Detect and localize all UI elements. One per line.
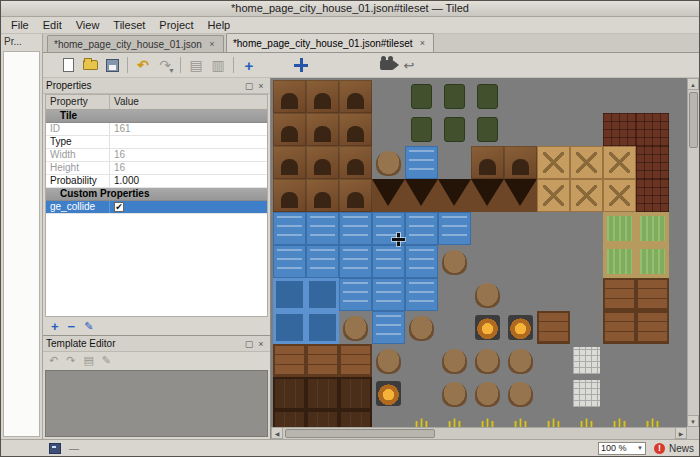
tile-wood-floor[interactable] [603, 179, 636, 212]
tile-cave-wall[interactable] [306, 80, 339, 113]
tile-furniture[interactable] [636, 278, 669, 311]
property-value[interactable]: 1.000 [110, 175, 267, 187]
tab-tileset[interactable]: *home_page_city_house_01.json#tileset× [226, 33, 435, 52]
horizontal-scrollbar-thumb[interactable] [285, 429, 435, 438]
save-file-button[interactable] [101, 55, 123, 76]
tile-wood-floor[interactable] [537, 179, 570, 212]
tile-furniture[interactable] [339, 344, 372, 377]
tile-furniture[interactable] [603, 311, 636, 344]
tile-cave-opening[interactable] [504, 179, 537, 212]
tile-cave-wall[interactable] [273, 80, 306, 113]
close-panel-icon[interactable]: × [255, 338, 267, 350]
menu-file[interactable]: File [4, 18, 36, 32]
new-file-button[interactable] [57, 55, 79, 76]
tile-dark-cabinet[interactable] [273, 377, 306, 410]
property-row-ge_collide[interactable]: ge_collide✔ [46, 201, 267, 214]
tab-close-icon[interactable]: × [207, 39, 217, 49]
tile-cave-wall[interactable] [339, 146, 372, 179]
tile-cave-wall[interactable] [504, 146, 537, 179]
tile-military-vehicle[interactable] [438, 80, 471, 113]
tile-moss-plate[interactable] [636, 212, 669, 245]
vertical-scrollbar-thumb[interactable] [689, 92, 698, 148]
menu-project[interactable]: Project [152, 18, 200, 32]
tile-water[interactable] [306, 212, 339, 245]
property-row-Type[interactable]: Type [46, 136, 267, 149]
tile-wood-floor[interactable] [537, 146, 570, 179]
add-tiles-button[interactable]: + [238, 55, 260, 76]
tile-water[interactable] [372, 278, 405, 311]
scroll-up-icon[interactable]: ▲ [687, 78, 699, 90]
tile-rock-mound[interactable] [504, 377, 537, 410]
tile-moss-plate[interactable] [603, 212, 636, 245]
property-row-ID[interactable]: ID161 [46, 123, 267, 136]
tile-wood-floor[interactable] [570, 179, 603, 212]
tile-wood-floor[interactable] [570, 146, 603, 179]
tile-animation-editor-button[interactable] [376, 55, 398, 76]
tile-water[interactable] [372, 311, 405, 344]
tile-water[interactable] [339, 278, 372, 311]
tile-water[interactable] [339, 212, 372, 245]
tile-cave-wall[interactable] [273, 113, 306, 146]
tile-military-vehicle[interactable] [471, 80, 504, 113]
move-tiles-button[interactable] [290, 55, 312, 76]
horizontal-scrollbar[interactable]: ◀ ▶ [271, 427, 687, 439]
tile-cave-opening[interactable] [471, 179, 504, 212]
remove-property-button[interactable]: − [68, 320, 76, 333]
tile-fire-light[interactable] [372, 377, 405, 410]
tile-rock-mound[interactable] [471, 377, 504, 410]
rearrange-tiles-button[interactable]: ↩ [398, 55, 420, 76]
menu-view[interactable]: View [69, 18, 107, 32]
tile-rock-mound[interactable] [504, 344, 537, 377]
tile-military-vehicle[interactable] [471, 113, 504, 146]
template-editor-viewport[interactable] [45, 370, 268, 437]
tile-water[interactable] [372, 245, 405, 278]
tab-close-icon[interactable]: × [417, 38, 427, 48]
tileset-view[interactable]: ▲ ▼ ◀ ▶ [271, 78, 699, 439]
property-row-Width[interactable]: Width16 [46, 149, 267, 162]
tile-furniture[interactable] [273, 344, 306, 377]
tile-furniture[interactable] [537, 311, 570, 344]
tile-wood-floor[interactable] [603, 146, 636, 179]
float-panel-icon[interactable]: ▢ [243, 80, 255, 92]
tile-cave-opening[interactable] [372, 179, 405, 212]
tile-moss-plate[interactable] [603, 245, 636, 278]
tile-fire-light[interactable] [504, 311, 537, 344]
property-value[interactable] [110, 136, 267, 148]
tile-water-pool[interactable] [273, 311, 306, 344]
tile-dark-cabinet[interactable] [339, 377, 372, 410]
property-row-Height[interactable]: Height16 [46, 162, 267, 175]
float-panel-icon[interactable]: ▢ [243, 338, 255, 350]
tile-rock-mound[interactable] [372, 146, 405, 179]
tile-military-vehicle[interactable] [405, 80, 438, 113]
add-property-button[interactable]: + [51, 320, 59, 333]
titlebar[interactable]: *home_page_city_house_01.json#tileset — … [1, 1, 699, 17]
scroll-left-icon[interactable]: ◀ [271, 427, 283, 439]
news-button[interactable]: ! News [654, 443, 694, 454]
tile-rock-mound[interactable] [372, 344, 405, 377]
tile-dark-cabinet[interactable] [306, 377, 339, 410]
vertical-scrollbar[interactable]: ▲ ▼ [687, 78, 699, 427]
tile-cave-wall[interactable] [471, 146, 504, 179]
tile-military-vehicle[interactable] [438, 113, 471, 146]
tile-cave-wall[interactable] [339, 179, 372, 212]
scroll-down-icon[interactable]: ▼ [687, 415, 699, 427]
tile-lattice[interactable] [570, 377, 603, 410]
tile-water[interactable] [273, 245, 306, 278]
tile-water[interactable] [405, 212, 438, 245]
tile-furniture[interactable] [306, 344, 339, 377]
tile-rock-mound[interactable] [471, 344, 504, 377]
tile-cave-opening[interactable] [405, 179, 438, 212]
tile-water[interactable] [405, 245, 438, 278]
tile-water-pool[interactable] [306, 278, 339, 311]
property-value[interactable]: 161 [110, 123, 267, 135]
tile-cave-wall[interactable] [306, 146, 339, 179]
tile-rock-mound[interactable] [339, 311, 372, 344]
property-group-tile[interactable]: Tile [46, 110, 267, 123]
tile-brick-building[interactable] [603, 113, 636, 146]
tile-rock-mound[interactable] [438, 344, 471, 377]
property-value[interactable]: ✔ [110, 201, 267, 213]
tile-fire-light[interactable] [471, 311, 504, 344]
tile-cave-wall[interactable] [273, 146, 306, 179]
tile-water-pool[interactable] [306, 311, 339, 344]
tile-cave-wall[interactable] [306, 179, 339, 212]
